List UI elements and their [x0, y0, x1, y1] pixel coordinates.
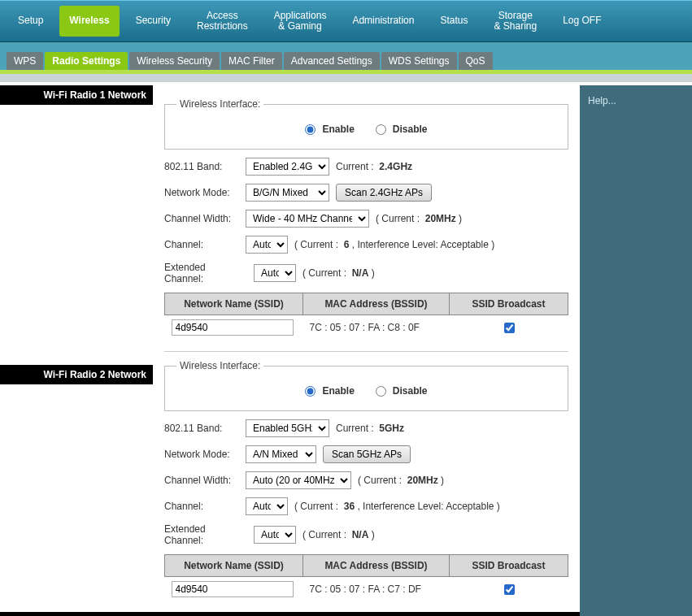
radio2-channel-select[interactable]: Auto	[246, 497, 288, 515]
footer-buttons: Save Settings Cancel Changes	[153, 612, 580, 616]
main-panel: Wireless Interface: Enable Disable 802.1…	[153, 85, 580, 612]
radio1-ssid-table: Network Name (SSID) MAC Address (BSSID) …	[164, 293, 568, 340]
radio2-width-label: Channel Width:	[164, 475, 239, 486]
nav-setup[interactable]: Setup	[8, 6, 53, 36]
tab-wireless-security[interactable]: Wireless Security	[129, 52, 220, 70]
radio1-interface-legend: Wireless Interface:	[176, 98, 263, 110]
nav-access-restrictions[interactable]: Access Restrictions	[187, 6, 258, 37]
nav-administration[interactable]: Administration	[342, 6, 424, 36]
col-broadcast: SSID Broadcast	[450, 293, 568, 315]
radio1-ssid-row: 7C : 05 : 07 : FA : C8 : 0F	[165, 315, 568, 341]
tab-wds-settings[interactable]: WDS Settings	[381, 52, 457, 70]
radio1-ext-current: ( Current : N/A )	[302, 267, 375, 279]
radio1-ext-label: Extended Channel:	[164, 262, 247, 284]
radio2-disable-radio[interactable]	[376, 386, 386, 397]
section-head-radio2: Wi-Fi Radio 2 Network	[0, 365, 153, 384]
tab-mac-filter[interactable]: MAC Filter	[221, 52, 282, 70]
col-mac: MAC Address (BSSID)	[303, 293, 450, 315]
radio2-ext-select[interactable]: Auto	[254, 526, 296, 544]
radio1-enable-radio[interactable]	[305, 124, 316, 135]
tab-radio-settings[interactable]: Radio Settings	[45, 52, 128, 70]
radio2-ext-label: Extended Channel:	[164, 523, 247, 546]
radio2-band-current: Current : 5GHz	[336, 423, 404, 434]
radio1-width-current: ( Current : 20MHz )	[376, 213, 462, 224]
nav-wireless[interactable]: Wireless	[59, 6, 119, 36]
radio2-interface-legend: Wireless Interface:	[176, 360, 263, 371]
nav-security[interactable]: Security	[126, 6, 181, 36]
radio1-enable-label: Enable	[322, 124, 354, 135]
radio2-ssid-table: Network Name (SSID) MAC Address (BSSID) …	[164, 554, 568, 601]
radio2-interface-fieldset: Wireless Interface: Enable Disable	[164, 360, 568, 411]
help-link[interactable]: Help...	[588, 95, 616, 106]
radio2-mode-label: Network Mode:	[164, 449, 239, 460]
radio2-width-select[interactable]: Auto (20 or 40MHz)	[246, 471, 351, 489]
radio1-width-label: Channel Width:	[164, 213, 239, 224]
radio1-ssid-input[interactable]	[172, 319, 294, 336]
col-mac: MAC Address (BSSID)	[303, 555, 450, 577]
nav-status[interactable]: Status	[430, 6, 477, 36]
radio2-ssid-input[interactable]	[172, 581, 294, 597]
radio2-mode-select[interactable]: A/N Mixed	[246, 445, 316, 463]
mid-bar	[0, 74, 692, 82]
left-column: Wi-Fi Radio 1 Network Wi-Fi Radio 2 Netw…	[0, 85, 153, 612]
radio2-ssid-row: 7C : 05 : 07 : FA : C7 : DF	[165, 577, 568, 602]
col-ssid: Network Name (SSID)	[165, 555, 303, 577]
top-nav: Setup Wireless Security Access Restricti…	[0, 0, 692, 42]
radio1-channel-label: Channel:	[164, 239, 239, 250]
radio1-disable-radio[interactable]	[376, 124, 386, 135]
radio2-channel-current: ( Current : 36 , Interference Level: Acc…	[294, 501, 500, 512]
radio1-broadcast-checkbox[interactable]	[504, 323, 515, 333]
radio1-ext-select[interactable]: Auto	[254, 264, 296, 282]
radio1-channel-select[interactable]: Auto	[246, 236, 288, 254]
radio1-channel-current: ( Current : 6 , Interference Level: Acce…	[294, 239, 494, 250]
radio1-mac-value: 7C : 05 : 07 : FA : C8 : 0F	[303, 315, 450, 341]
radio1-scan-button[interactable]: Scan 2.4GHz APs	[336, 184, 432, 202]
tab-wps[interactable]: WPS	[7, 52, 43, 70]
help-panel: Help...	[580, 85, 692, 612]
divider	[164, 351, 568, 352]
section-head-radio1: Wi-Fi Radio 1 Network	[0, 85, 153, 105]
col-ssid: Network Name (SSID)	[165, 293, 303, 315]
radio2-scan-button[interactable]: Scan 5GHz APs	[323, 445, 411, 463]
radio2-enable-radio[interactable]	[305, 386, 316, 397]
radio1-band-select[interactable]: Enabled 2.4GHz	[246, 158, 329, 176]
radio1-width-select[interactable]: Wide - 40 MHz Channel	[246, 210, 369, 228]
radio1-interface-fieldset: Wireless Interface: Enable Disable	[164, 98, 568, 150]
radio2-ext-current: ( Current : N/A )	[302, 529, 375, 540]
tab-advanced-settings[interactable]: Advanced Settings	[284, 52, 380, 70]
radio2-band-select[interactable]: Enabled 5GHz	[246, 419, 329, 437]
radio2-channel-label: Channel:	[164, 501, 239, 512]
col-broadcast: SSID Broadcast	[450, 555, 568, 577]
radio2-band-label: 802.11 Band:	[164, 423, 239, 434]
radio1-band-label: 802.11 Band:	[164, 161, 239, 172]
radio2-mac-value: 7C : 05 : 07 : FA : C7 : DF	[303, 577, 450, 602]
nav-applications-gaming[interactable]: Applications & Gaming	[264, 6, 337, 37]
radio1-mode-select[interactable]: B/G/N Mixed	[246, 184, 329, 202]
radio2-broadcast-checkbox[interactable]	[504, 584, 515, 595]
sub-nav: WPS Radio Settings Wireless Security MAC…	[0, 42, 692, 70]
radio1-disable-label: Disable	[393, 124, 428, 135]
radio2-enable-label: Enable	[322, 385, 354, 397]
nav-storage-sharing[interactable]: Storage & Sharing	[484, 6, 546, 37]
radio2-width-current: ( Current : 20MHz )	[358, 475, 444, 486]
nav-logoff[interactable]: Log OFF	[553, 6, 611, 36]
radio1-mode-label: Network Mode:	[164, 187, 239, 198]
tab-qos[interactable]: QoS	[459, 52, 493, 70]
radio2-disable-label: Disable	[393, 385, 428, 397]
radio1-band-current: Current : 2.4GHz	[336, 161, 412, 172]
